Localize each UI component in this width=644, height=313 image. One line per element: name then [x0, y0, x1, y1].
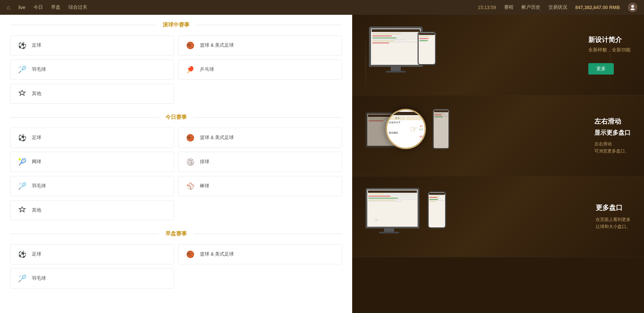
header-nav: ⌂ live 今日 早盘 综合过关 [7, 4, 87, 11]
promo1-title: 新设计简介 [588, 35, 631, 44]
today-sport-grid: ⚽ 足球 🏀 篮球 & 美式足球 🎾 网球 🏐 排球 🏸 羽毛球 [10, 128, 342, 220]
live-badminton[interactable]: 🏸 羽毛球 [10, 59, 174, 80]
today-other-label: 其他 [32, 207, 41, 213]
today-badminton-label: 羽毛球 [32, 183, 46, 189]
nav-live[interactable]: live [18, 5, 25, 10]
volleyball-icon: 🏐 [185, 157, 195, 167]
divider-left2 [10, 117, 159, 118]
user-icon[interactable] [628, 3, 637, 12]
promo1-more-button[interactable]: 更多 [588, 63, 614, 75]
nav-transaction[interactable]: 交易状况 [548, 4, 567, 10]
today-football-label: 足球 [32, 135, 41, 141]
live-football-label: 足球 [32, 42, 41, 48]
promo2-desc: 左右滑动 可浏览更多盘口。 [594, 141, 631, 155]
today-other[interactable]: 其他 [10, 200, 174, 220]
main-content: 滚球中赛事 ⚽ 足球 🏀 篮球 & 美式足球 🏸 羽毛球 🏓 [0, 15, 352, 313]
today-tennis[interactable]: 🎾 网球 [10, 152, 174, 172]
divider-right3 [194, 234, 342, 234]
today-section: 今日赛事 ⚽ 足球 🏀 篮球 & 美式足球 🎾 网球 🏐 排球 [10, 114, 342, 220]
basketball-icon: 🏀 [185, 40, 195, 50]
today-basketball[interactable]: 🏀 篮球 & 美式足球 [178, 128, 342, 148]
today-volleyball[interactable]: 🏐 排球 [178, 152, 342, 172]
nav-today[interactable]: 今日 [34, 4, 43, 10]
early-section: 早盘赛事 ⚽ 足球 🏀 篮球 & 美式足球 🏸 羽毛球 [10, 230, 342, 288]
svg-point-1 [631, 8, 635, 10]
football-icon3: ⚽ [17, 249, 27, 259]
today-section-header: 今日赛事 [10, 114, 342, 121]
tabletennis-icon: 🏓 [185, 64, 195, 75]
other-icon [17, 89, 27, 99]
promo3-content: 更多盘口 在页面上看到更多 让球和大小盘口。 [596, 203, 631, 230]
live-sport-grid: ⚽ 足球 🏀 篮球 & 美式足球 🏸 羽毛球 🏓 乒乓球 [10, 35, 342, 104]
early-section-title: 早盘赛事 [159, 230, 194, 237]
badminton-icon3: 🏸 [17, 273, 27, 283]
divider-left3 [10, 234, 159, 234]
nav-parlay[interactable]: 综合过关 [68, 4, 87, 10]
nav-early[interactable]: 早盘 [51, 4, 60, 10]
football-icon: ⚽ [17, 40, 27, 50]
today-volleyball-label: 排球 [200, 159, 209, 165]
early-badminton[interactable]: 🏸 羽毛球 [10, 268, 174, 288]
live-football[interactable]: ⚽ 足球 [10, 35, 174, 55]
page-layout: 滚球中赛事 ⚽ 足球 🏀 篮球 & 美式足球 🏸 羽毛球 🏓 [0, 15, 644, 313]
promo2-subtitle2: 显示更多盘口 [594, 129, 631, 137]
nav-account-history[interactable]: 帐户历史 [522, 4, 540, 10]
today-basketball-label: 篮球 & 美式足球 [200, 135, 234, 141]
promo-card-2: 05:09 大 2 央海岸水手 .87 0.5 斯班狮吼 .95 [352, 95, 644, 176]
live-other[interactable]: 其他 [10, 84, 174, 104]
promo1-content: 新设计简介 全新样貌，全新功能 更多 [588, 35, 631, 75]
live-badminton-label: 羽毛球 [32, 66, 46, 73]
baseball-icon: ⚾ [185, 181, 195, 191]
early-badminton-label: 羽毛球 [32, 275, 46, 281]
promo2-content: 左右滑动 显示更多盘口 左右滑动 可浏览更多盘口。 [594, 117, 631, 155]
early-basketball[interactable]: 🏀 篮球 & 美式足球 [178, 244, 342, 264]
live-section-header: 滚球中赛事 [10, 21, 342, 29]
live-section: 滚球中赛事 ⚽ 足球 🏀 篮球 & 美式足球 🏸 羽毛球 🏓 [10, 21, 342, 104]
live-tabletennis-label: 乒乓球 [200, 66, 214, 73]
promo3-title: 更多盘口 [596, 203, 631, 212]
header-balance: 847,382,647.00 RMB [575, 5, 620, 10]
home-icon[interactable]: ⌂ [7, 4, 10, 11]
divider-left [10, 25, 156, 25]
early-football[interactable]: ⚽ 足球 [10, 244, 174, 264]
early-section-header: 早盘赛事 [10, 230, 342, 237]
header-time: 15:13:59 [478, 5, 496, 10]
live-section-title: 滚球中赛事 [156, 21, 196, 29]
early-sport-grid: ⚽ 足球 🏀 篮球 & 美式足球 🏸 羽毛球 [10, 244, 342, 288]
today-baseball[interactable]: ⚾ 棒球 [178, 176, 342, 196]
other-icon2 [17, 205, 27, 215]
promo-card-3: ☞ [352, 176, 644, 257]
svg-point-0 [631, 5, 634, 8]
badminton-icon: 🏸 [17, 64, 27, 75]
live-tabletennis[interactable]: 🏓 乒乓球 [178, 59, 342, 80]
live-basketball[interactable]: 🏀 篮球 & 美式足球 [178, 35, 342, 55]
main-header: ⌂ live 今日 早盘 综合过关 15:13:59 赛程 帐户历史 交易状况 … [0, 0, 644, 15]
basketball-icon2: 🏀 [185, 133, 195, 143]
live-basketball-label: 篮球 & 美式足球 [200, 42, 234, 48]
basketball-icon3: 🏀 [185, 249, 195, 259]
promo-card-1: 新设计简介 全新样貌，全新功能 更多 [352, 15, 644, 95]
divider-right [196, 25, 342, 25]
promo1-subtitle: 全新样貌，全新功能 [588, 47, 631, 53]
divider-right2 [194, 117, 342, 118]
today-football[interactable]: ⚽ 足球 [10, 128, 174, 148]
badminton-icon2: 🏸 [17, 181, 27, 191]
right-sidebar: 新设计简介 全新样貌，全新功能 更多 [352, 15, 644, 313]
promo2-title: 左右滑动 [594, 117, 631, 126]
early-football-label: 足球 [32, 251, 41, 257]
today-tennis-label: 网球 [32, 159, 41, 165]
football-icon2: ⚽ [17, 133, 27, 143]
promo3-desc: 在页面上看到更多 让球和大小盘口。 [596, 216, 631, 230]
early-basketball-label: 篮球 & 美式足球 [200, 251, 234, 257]
today-baseball-label: 棒球 [200, 183, 209, 189]
header-right: 15:13:59 赛程 帐户历史 交易状况 847,382,647.00 RMB [478, 3, 637, 12]
nav-schedule[interactable]: 赛程 [504, 4, 514, 10]
today-section-title: 今日赛事 [159, 114, 194, 121]
today-badminton[interactable]: 🏸 羽毛球 [10, 176, 174, 196]
live-other-label: 其他 [32, 91, 41, 97]
tennis-icon: 🎾 [17, 157, 27, 167]
